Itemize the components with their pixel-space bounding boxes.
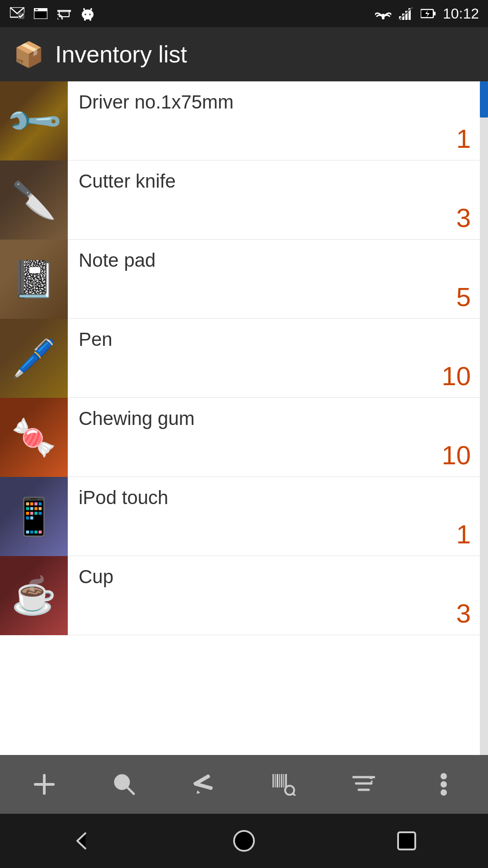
back-button[interactable] xyxy=(54,818,108,863)
barcode-search-icon xyxy=(272,773,296,796)
item-content-2: Cutter knife3 xyxy=(68,160,480,239)
list-scroll[interactable]: Driver no.1x75mm1Cutter knife3Note pad5P… xyxy=(0,81,480,755)
item-quantity-1: 1 xyxy=(456,123,471,154)
envelope-icon xyxy=(9,5,25,22)
item-content-7: Cup3 xyxy=(68,556,480,635)
svg-rect-35 xyxy=(277,774,278,788)
svg-rect-51 xyxy=(398,832,415,849)
more-options-button[interactable] xyxy=(419,760,469,809)
edit-icon xyxy=(193,773,216,796)
item-image-1 xyxy=(0,81,68,160)
status-bar: 10:12 xyxy=(0,0,488,27)
svg-point-13 xyxy=(83,8,85,10)
svg-point-47 xyxy=(441,773,447,779)
svg-rect-15 xyxy=(84,18,86,21)
battery-icon xyxy=(420,5,436,22)
wifi-icon xyxy=(375,5,391,22)
item-name-2: Cutter knife xyxy=(79,170,176,192)
list-item[interactable]: Cup3 xyxy=(0,556,480,635)
list-item[interactable]: Pen10 xyxy=(0,319,480,398)
svg-rect-39 xyxy=(285,774,287,788)
list-item[interactable]: Driver no.1x75mm1 xyxy=(0,81,480,160)
item-image-7 xyxy=(0,556,68,635)
status-icons-right: 10:12 xyxy=(375,5,479,22)
filter-button[interactable] xyxy=(339,760,389,809)
item-name-7: Cup xyxy=(79,566,113,588)
item-quantity-3: 5 xyxy=(456,282,471,312)
item-quantity-7: 3 xyxy=(456,598,471,628)
search-button[interactable] xyxy=(99,760,149,809)
filter-icon xyxy=(352,774,375,794)
item-content-5: Chewing gum10 xyxy=(68,398,480,476)
list-item[interactable]: Cutter knife3 xyxy=(0,160,480,240)
list-item[interactable]: iPod touch1 xyxy=(0,477,480,556)
item-content-4: Pen10 xyxy=(68,319,480,397)
item-quantity-5: 10 xyxy=(441,440,471,470)
bottom-toolbar xyxy=(0,755,488,814)
item-name-1: Driver no.1x75mm xyxy=(79,91,234,113)
svg-point-10 xyxy=(89,14,91,15)
item-name-4: Pen xyxy=(79,329,113,350)
list-container: Driver no.1x75mm1Cutter knife3Note pad5P… xyxy=(0,81,488,755)
svg-rect-16 xyxy=(89,18,91,21)
svg-marker-32 xyxy=(197,790,200,794)
item-quantity-2: 3 xyxy=(456,203,471,233)
item-image-4 xyxy=(0,319,68,398)
svg-rect-24 xyxy=(433,12,436,15)
item-image-5 xyxy=(0,398,68,477)
item-quantity-6: 1 xyxy=(456,519,471,549)
svg-point-17 xyxy=(382,17,385,19)
item-content-3: Note pad5 xyxy=(68,240,480,318)
svg-point-48 xyxy=(441,781,447,788)
svg-point-8 xyxy=(82,9,94,19)
svg-point-14 xyxy=(90,8,92,10)
status-time: 10:12 xyxy=(443,5,479,22)
app-icon: 📦 xyxy=(13,38,44,70)
android-icon xyxy=(80,5,96,22)
signal-icon xyxy=(398,5,414,22)
edit-button[interactable] xyxy=(179,760,229,809)
item-quantity-4: 10 xyxy=(441,361,471,391)
home-button[interactable] xyxy=(217,818,271,863)
svg-rect-37 xyxy=(281,774,282,788)
svg-rect-31 xyxy=(194,782,213,790)
scrollbar-track xyxy=(480,81,488,755)
item-name-5: Chewing gum xyxy=(79,408,195,429)
svg-rect-4 xyxy=(35,9,38,10)
more-options-icon xyxy=(440,772,448,797)
list-item[interactable]: Note pad5 xyxy=(0,240,480,319)
svg-rect-34 xyxy=(275,774,276,788)
browser-icon xyxy=(33,5,49,22)
item-name-6: iPod touch xyxy=(79,487,168,509)
svg-point-49 xyxy=(441,789,447,796)
scrollbar-thumb xyxy=(480,81,488,118)
add-button[interactable] xyxy=(19,760,69,809)
app-title: Inventory list xyxy=(55,41,187,68)
svg-line-41 xyxy=(293,793,296,796)
status-icons-left xyxy=(9,5,96,22)
svg-point-50 xyxy=(234,831,254,851)
svg-rect-36 xyxy=(279,774,280,788)
item-name-3: Note pad xyxy=(79,250,155,271)
nav-bar xyxy=(0,814,488,868)
app-bar: 📦 Inventory list xyxy=(0,27,488,81)
add-icon xyxy=(33,773,56,796)
barcode-search-button[interactable] xyxy=(259,760,309,809)
item-image-6 xyxy=(0,477,68,556)
svg-rect-33 xyxy=(272,774,274,788)
svg-point-9 xyxy=(84,14,86,15)
list-item[interactable]: Chewing gum10 xyxy=(0,398,480,477)
item-image-3 xyxy=(0,240,68,319)
svg-line-29 xyxy=(127,787,134,794)
search-icon xyxy=(113,773,136,796)
recent-button[interactable] xyxy=(380,818,434,863)
item-content-6: iPod touch1 xyxy=(68,477,480,556)
item-content-1: Driver no.1x75mm1 xyxy=(68,81,480,160)
cast-icon xyxy=(56,5,72,22)
svg-rect-38 xyxy=(283,774,284,788)
item-image-2 xyxy=(0,160,68,240)
